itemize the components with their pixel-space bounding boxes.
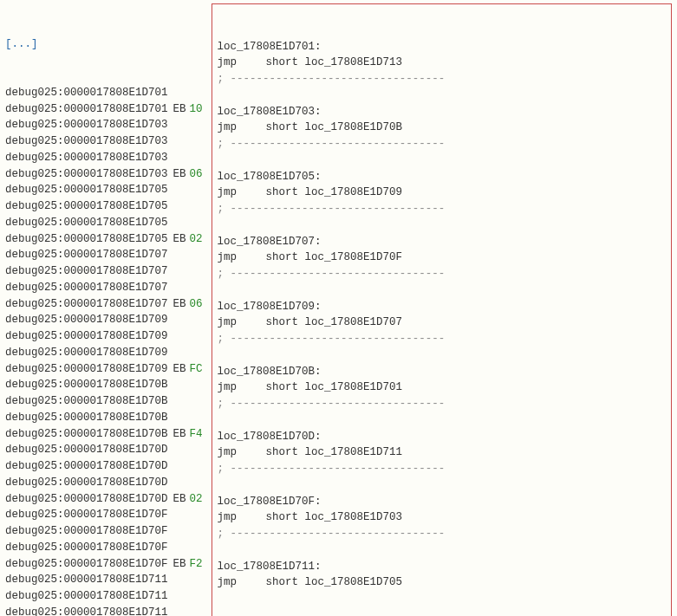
instruction-line: jmpshort loc_17808E1D705 (218, 574, 666, 591)
mnemonic: jmp (218, 55, 266, 71)
hex-line: debug025:0000017808E1D711 (5, 588, 203, 605)
code-label: loc_17808E1D705: (218, 171, 322, 183)
segment: debug025 (5, 590, 57, 602)
jump-target: short loc_17808E1D70F (266, 250, 403, 266)
hex-line: debug025:0000017808E1D705EB02 (5, 231, 203, 248)
segment: debug025 (5, 184, 57, 196)
code-label: loc_17808E1D709: (218, 301, 322, 313)
segment: debug025 (5, 233, 57, 245)
address: 0000017808E1D70D (64, 477, 168, 489)
opcode-byte: EB (173, 558, 186, 570)
separator-line: ; --------------------------------- (218, 136, 666, 152)
label-line: loc_17808E1D701: (218, 39, 666, 55)
code-label: loc_17808E1D707: (218, 236, 322, 248)
address: 0000017808E1D701 (64, 103, 168, 115)
address: 0000017808E1D703 (64, 168, 168, 180)
label-line: loc_17808E1D70B: (218, 364, 666, 380)
segment: debug025 (5, 541, 57, 554)
hex-line: debug025:0000017808E1D705 (5, 182, 203, 198)
jump-target: short loc_17808E1D713 (266, 55, 403, 71)
hex-line: debug025:0000017808E1D70F (5, 523, 203, 540)
code-label: loc_17808E1D711: (218, 561, 322, 573)
address: 0000017808E1D707 (64, 298, 168, 310)
jump-target: short loc_17808E1D703 (266, 509, 403, 526)
segment: debug025 (5, 217, 57, 229)
separator-line: ; --------------------------------- (218, 331, 666, 347)
mnemonic: jmp (218, 120, 266, 136)
separator-line: ; --------------------------------- (218, 526, 666, 542)
segment: debug025 (5, 444, 57, 456)
instruction-line: jmpshort loc_17808E1D709 (218, 185, 666, 201)
segment: debug025 (5, 395, 57, 407)
blank-line (218, 282, 666, 299)
hex-line: debug025:0000017808E1D70B (5, 377, 203, 393)
segment: debug025 (5, 428, 57, 440)
hex-column: [...] debug025:0000017808E1D701debug025:… (5, 3, 203, 616)
address: 0000017808E1D709 (64, 347, 168, 359)
jump-target: short loc_17808E1D709 (266, 185, 403, 201)
segment: debug025 (5, 493, 57, 505)
separator-line: ; --------------------------------- (218, 71, 666, 88)
segment: debug025 (5, 314, 57, 326)
separator-line: ; --------------------------------- (218, 396, 666, 412)
blank-line (218, 412, 666, 429)
hex-line: debug025:0000017808E1D711 (5, 605, 203, 616)
segment: debug025 (5, 347, 57, 359)
hex-line: debug025:0000017808E1D70B (5, 393, 203, 410)
segment: debug025 (5, 330, 57, 342)
address: 0000017808E1D705 (64, 217, 168, 229)
instruction-line: jmpshort loc_17808E1D703 (218, 509, 666, 526)
operand-byte: 10 (190, 103, 203, 115)
mnemonic: jmp (218, 185, 266, 201)
instruction-line: jmpshort loc_17808E1D701 (218, 379, 666, 396)
opcode-byte: EB (173, 493, 186, 505)
blank-line (218, 542, 666, 559)
hex-line: debug025:0000017808E1D709EBFC (5, 361, 203, 378)
blank-line (218, 347, 666, 364)
segment: debug025 (5, 379, 57, 391)
disassembly-column: loc_17808E1D701:jmpshort loc_17808E1D713… (212, 3, 672, 616)
address: 0000017808E1D705 (64, 184, 168, 196)
jump-target: short loc_17808E1D70B (266, 120, 403, 136)
mnemonic: jmp (218, 574, 266, 591)
segment: debug025 (5, 265, 57, 277)
hex-line: debug025:0000017808E1D70D (5, 458, 203, 475)
separator-line: ; --------------------------------- (218, 201, 666, 217)
address: 0000017808E1D70B (64, 412, 168, 424)
segment: debug025 (5, 200, 57, 212)
address: 0000017808E1D707 (64, 265, 168, 277)
address: 0000017808E1D711 (64, 606, 168, 616)
instruction-line: jmpshort loc_17808E1D707 (218, 314, 666, 331)
operand-byte: 02 (190, 493, 203, 505)
hex-line: debug025:0000017808E1D711 (5, 572, 203, 588)
operand-byte: 02 (190, 233, 203, 245)
hex-line: debug025:0000017808E1D707 (5, 263, 203, 280)
operand-byte: FC (190, 363, 203, 375)
segment: debug025 (5, 119, 57, 131)
hex-line: debug025:0000017808E1D70F (5, 540, 203, 556)
segment: debug025 (5, 525, 57, 537)
hex-line: debug025:0000017808E1D70DEB02 (5, 491, 203, 508)
hex-line: debug025:0000017808E1D70FEBF2 (5, 556, 203, 573)
code-label: loc_17808E1D701: (218, 41, 322, 53)
hex-line: debug025:0000017808E1D70D (5, 442, 203, 458)
separator-line: ; --------------------------------- (218, 266, 666, 282)
address: 0000017808E1D70F (64, 525, 168, 537)
address: 0000017808E1D707 (64, 249, 168, 261)
address: 0000017808E1D709 (64, 314, 168, 326)
segment: debug025 (5, 87, 57, 99)
jump-target: short loc_17808E1D707 (266, 314, 403, 331)
opcode-byte: EB (173, 363, 186, 375)
instruction-line: jmpshort loc_17808E1D70F (218, 250, 666, 266)
jump-target: short loc_17808E1D701 (266, 379, 403, 396)
segment: debug025 (5, 412, 57, 424)
address: 0000017808E1D709 (64, 330, 168, 342)
blank-line (218, 152, 666, 169)
address: 0000017808E1D711 (64, 590, 168, 602)
operand-byte: 06 (190, 298, 203, 310)
address: 0000017808E1D70B (64, 428, 168, 440)
jump-target: short loc_17808E1D705 (266, 574, 403, 591)
hex-line: debug025:0000017808E1D703 (5, 150, 203, 166)
code-label: loc_17808E1D70F: (218, 496, 322, 508)
blank-line (218, 88, 666, 104)
